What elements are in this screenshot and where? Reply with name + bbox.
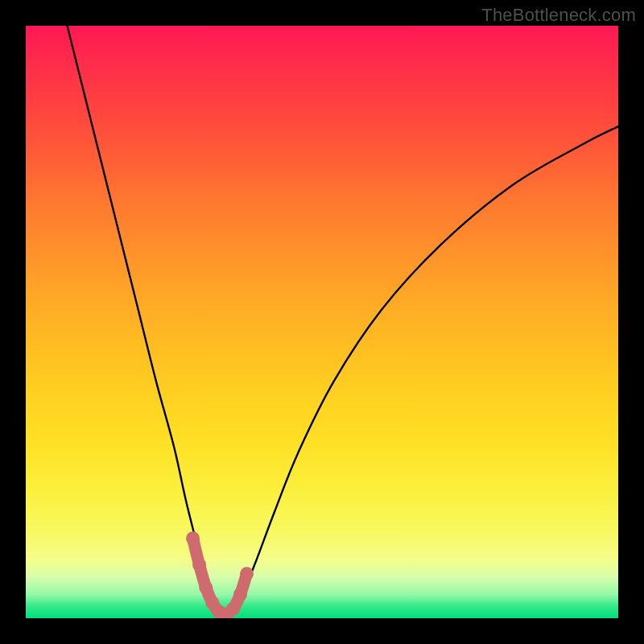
highlighted-segment-path xyxy=(193,539,247,614)
highlight-marker xyxy=(233,588,247,601)
highlight-marker xyxy=(240,567,254,580)
credit-watermark: TheBottleneck.com xyxy=(481,5,636,26)
highlight-marker xyxy=(199,580,213,594)
highlighted-segment xyxy=(186,531,254,618)
curve-layer xyxy=(26,26,618,618)
chart-stage: TheBottleneck.com xyxy=(0,0,644,644)
highlight-marker xyxy=(226,602,240,616)
highlight-marker xyxy=(186,531,200,545)
highlight-marker xyxy=(192,558,206,572)
plot-area xyxy=(26,26,618,618)
bottleneck-curve xyxy=(68,26,618,617)
